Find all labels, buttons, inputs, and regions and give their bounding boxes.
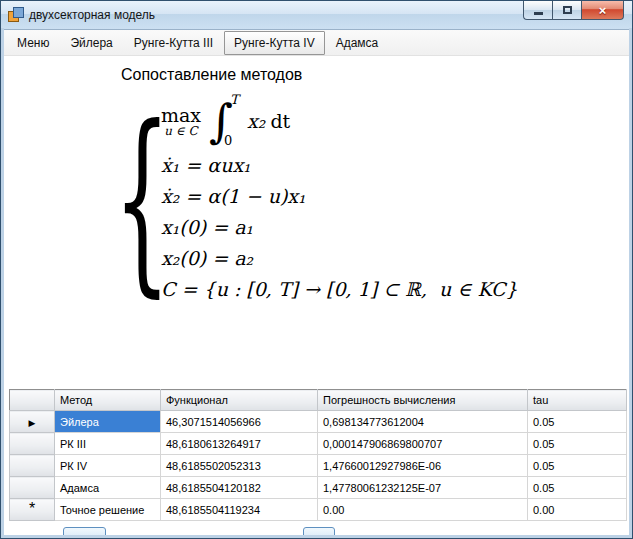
cell-functional[interactable]: 48,6185504119234 (161, 499, 318, 521)
cell-method[interactable]: Эйлера (55, 411, 161, 433)
menu-item-runge-kutta-4[interactable]: Рунге-Кутта IV (224, 31, 325, 55)
titlebar[interactable]: двухсекторная модель × (1, 1, 632, 30)
window-controls: × (523, 1, 624, 20)
menu-item-menu[interactable]: Меню (7, 31, 59, 55)
formula-eq-x1dot: ẋ₁ = αux₁ (161, 150, 518, 181)
cell-error[interactable]: 1,47660012927986E-06 (318, 455, 528, 477)
formula-eq-x2dot: ẋ₂ = α(1 − u)x₁ (161, 181, 518, 212)
methods-table: Метод Функционал Погрешность вычисления … (9, 389, 627, 521)
close-icon: × (599, 2, 607, 19)
table-row-exact: * Точное решение 48,6185504119234 0.00 0… (10, 499, 627, 521)
cell-functional[interactable]: 48,6185502052313 (161, 455, 318, 477)
table-row-euler: ▶ Эйлера 46,3071514056966 0,698134773612… (10, 411, 627, 433)
menu-item-runge-kutta-3[interactable]: Рунге-Кутта III (124, 31, 223, 55)
col-header-method[interactable]: Метод (55, 390, 161, 411)
window-frame-left (1, 28, 4, 538)
cell-method[interactable]: Точное решение (55, 499, 161, 521)
app-window: двухсекторная модель × Меню Эйлера Рунге… (0, 0, 633, 539)
cell-functional[interactable]: 48,6180613264917 (161, 433, 318, 455)
formula-objective-line: max u ∈ C T ∫ 0 x₂ dt (161, 94, 518, 148)
row-marker[interactable]: * (10, 499, 55, 521)
integrand-dt: dt (270, 110, 290, 132)
cell-tau[interactable]: 0.05 (528, 411, 627, 433)
maximize-button[interactable] (552, 1, 581, 20)
cell-method[interactable]: Адамса (55, 477, 161, 499)
row-marker[interactable]: ▶ (10, 411, 55, 433)
integrand: x₂ (247, 110, 265, 132)
integral-sign: T ∫ 0 (209, 95, 231, 147)
table-row-rk4: РК IV 48,6185502052313 1,47660012927986E… (10, 455, 627, 477)
formula-brace: { (135, 101, 149, 299)
row-header-corner[interactable] (10, 390, 55, 411)
cell-method[interactable]: РК III (55, 433, 161, 455)
cell-error[interactable]: 0,698134773612004 (318, 411, 528, 433)
col-header-error[interactable]: Погрешность вычисления (318, 390, 528, 411)
table-row-rk3: РК III 48,6180613264917 0,00014790686980… (10, 433, 627, 455)
cell-functional[interactable]: 46,3071514056966 (161, 411, 318, 433)
cell-error[interactable]: 1,47780061232125E-07 (318, 477, 528, 499)
row-marker[interactable] (10, 455, 55, 477)
row-marker[interactable] (10, 433, 55, 455)
cell-tau[interactable]: 0.05 (528, 477, 627, 499)
row-marker[interactable] (10, 477, 55, 499)
menu-item-euler[interactable]: Эйлера (60, 31, 122, 55)
minimize-icon (534, 12, 543, 15)
window-title: двухсекторная модель (29, 8, 155, 22)
minimize-button[interactable] (523, 1, 552, 20)
cell-error[interactable]: 0,000147906869800707 (318, 433, 528, 455)
table-header-row: Метод Функционал Погрешность вычисления … (10, 390, 627, 411)
partial-button-left[interactable] (63, 527, 106, 539)
col-header-functional[interactable]: Функционал (161, 390, 318, 411)
cell-method[interactable]: РК IV (55, 455, 161, 477)
cell-error[interactable]: 0.00 (318, 499, 528, 521)
formula-initial-x2: x₂(0) = a₂ (161, 243, 518, 274)
menu-bar: Меню Эйлера Рунге-Кутта III Рунге-Кутта … (1, 30, 632, 56)
close-button[interactable]: × (581, 1, 624, 20)
cell-tau[interactable]: 0.05 (528, 455, 627, 477)
new-row-icon: * (29, 500, 35, 517)
maximize-icon (563, 6, 572, 14)
cell-tau[interactable]: 0.00 (528, 499, 627, 521)
formula-initial-x1: x₁(0) = a₁ (161, 212, 518, 243)
col-header-tau[interactable]: tau (528, 390, 627, 411)
app-icon-square-blue (13, 7, 24, 18)
cell-tau[interactable]: 0.05 (528, 433, 627, 455)
current-row-icon: ▶ (29, 418, 36, 428)
page-title: Сопоставление методов (121, 66, 632, 84)
cell-functional[interactable]: 48,6185504120182 (161, 477, 318, 499)
menu-item-adams[interactable]: Адамса (326, 31, 389, 55)
formula-lines: max u ∈ C T ∫ 0 x₂ dt ẋ₁ = αux₁ ẋ₂ = α(1… (161, 94, 518, 305)
formula-control-set: C = {u : [0, T] → [0, 1] ⊂ ℝ, u ∈ KC} (161, 274, 518, 305)
partial-button-right[interactable] (303, 527, 335, 539)
math-formula: { max u ∈ C T ∫ 0 x₂ dt ẋ₁ = αux₁ ẋ₂ = α… (127, 94, 632, 305)
app-icon (7, 7, 23, 23)
table-row-adams: Адамса 48,6185504120182 1,47780061232125… (10, 477, 627, 499)
